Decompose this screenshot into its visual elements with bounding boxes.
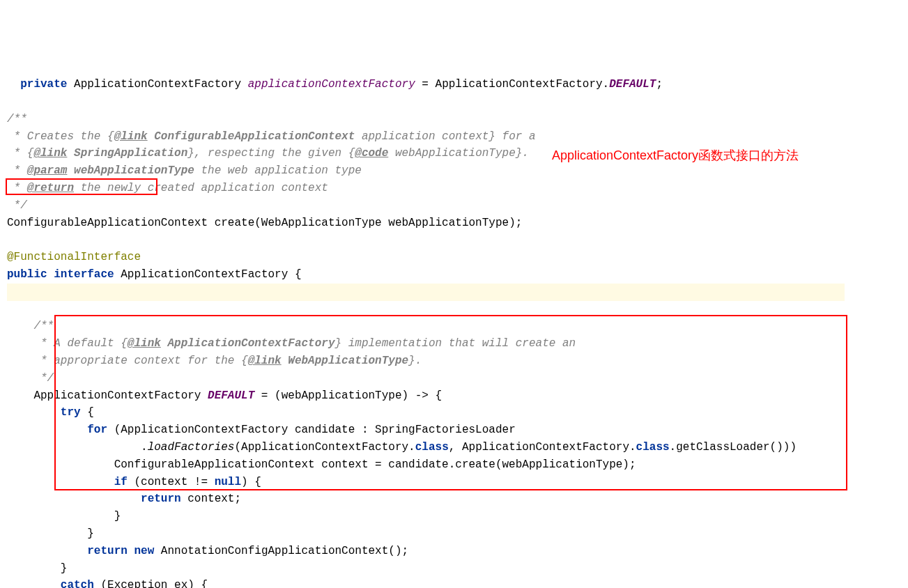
doc-line: */: [7, 372, 54, 385]
doc-line: */: [7, 199, 27, 212]
doc-line: * @param webApplicationType the web appl…: [7, 164, 362, 177]
code-line: return new AnnotationConfigApplicationCo…: [7, 545, 408, 557]
annotation: @FunctionalInterface: [7, 251, 141, 263]
static-field: DEFAULT: [609, 78, 656, 91]
method-signature: ConfigurableApplicationContext create(We…: [7, 217, 522, 229]
doc-line: * appropriate context for the {@link Web…: [7, 355, 422, 367]
doc-line: * {@link SpringApplication}, respecting …: [7, 147, 529, 160]
code-line: ConfigurableApplicationContext context =…: [7, 458, 636, 471]
keyword-private: private: [20, 78, 67, 91]
keyword-interface: interface: [54, 268, 114, 281]
keyword-class: class: [636, 441, 670, 454]
static-method: loadFactories: [148, 441, 235, 454]
doc-line: * A default {@link ApplicationContextFac…: [7, 337, 576, 350]
highlighted-line: [7, 284, 845, 301]
doc-line: * @return the newly created application …: [7, 182, 328, 194]
doc-line: /**: [7, 320, 54, 332]
type: ConfigurableApplicationContext: [7, 217, 215, 229]
doc-tag: @link: [33, 147, 67, 160]
doc-line: /**: [7, 113, 27, 125]
doc-tag: @param: [27, 164, 68, 177]
text: .: [603, 78, 610, 91]
keyword-catch: catch: [61, 579, 94, 588]
text: ;: [656, 78, 663, 91]
code-line: private ApplicationContextFactory applic…: [7, 78, 663, 91]
type: ApplicationContextFactory: [436, 78, 603, 91]
doc-line: * Creates the {@link ConfigurableApplica…: [7, 130, 536, 143]
code-line: }: [7, 510, 121, 523]
keyword-class: class: [415, 441, 449, 454]
keyword-new: new: [134, 545, 154, 557]
doc-tag: @link: [114, 130, 148, 143]
keyword-public: public: [7, 268, 47, 281]
code-line: return context;: [7, 493, 241, 505]
interface-declaration: public interface ApplicationContextFacto…: [7, 268, 301, 281]
static-field: DEFAULT: [208, 389, 254, 402]
doc-tag: @link: [248, 355, 282, 367]
red-annotation-text: ApplicationContextFactory函数式接口的方法: [552, 146, 799, 166]
code-line: }: [7, 527, 94, 540]
field-name: applicationContextFactory: [248, 78, 415, 91]
code-line: ApplicationContextFactory DEFAULT = (web…: [7, 389, 442, 402]
code-line: for (ApplicationContextFactory candidate…: [7, 424, 516, 436]
keyword-return: return: [141, 493, 181, 505]
keyword-return: return: [87, 545, 128, 557]
doc-tag: @code: [355, 147, 388, 160]
params: (WebApplicationType webApplicationType);: [254, 217, 522, 229]
keyword-null: null: [215, 476, 241, 488]
keyword-for: for: [87, 424, 107, 436]
keyword-if: if: [114, 476, 128, 488]
code-line: catch (Exception ex) {: [7, 579, 208, 588]
code-line: }: [7, 562, 67, 575]
keyword-try: try: [61, 406, 81, 419]
doc-tag: @link: [128, 337, 161, 350]
text: =: [415, 78, 436, 91]
type: ApplicationContextFactory: [74, 78, 241, 91]
code-line: .loadFactories(ApplicationContextFactory…: [7, 441, 797, 454]
method-name: create: [215, 217, 255, 229]
doc-tag: @return: [27, 182, 74, 194]
code-line: if (context != null) {: [7, 476, 261, 488]
code-line: try {: [7, 406, 94, 419]
